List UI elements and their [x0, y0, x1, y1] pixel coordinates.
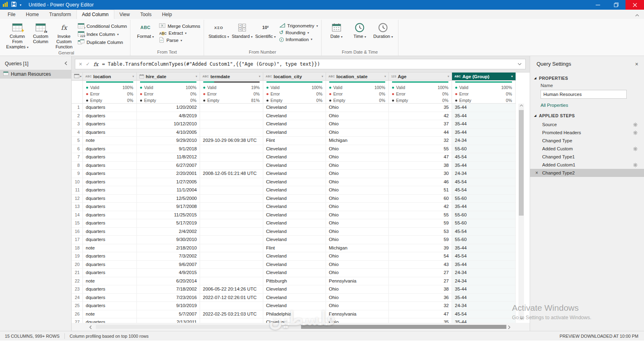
cell-location-state[interactable]: Ohio	[326, 269, 389, 277]
cell-age[interactable]: 60	[389, 195, 452, 203]
cell-location-city[interactable]: Cleveland	[263, 318, 326, 323]
cell-age[interactable]: 30	[389, 170, 452, 178]
cell-age-group[interactable]: 35-44	[452, 294, 516, 302]
minimize-button[interactable]	[588, 0, 607, 10]
cell-age[interactable]: 36	[389, 294, 452, 302]
cell-age-group[interactable]: 24-34	[452, 137, 516, 145]
row-number[interactable]: 10	[72, 178, 83, 186]
cell-hire-date[interactable]: 11/25/2015	[137, 211, 200, 219]
cell-location-state[interactable]: Ohio	[326, 203, 389, 211]
all-properties-link[interactable]: All Properties	[530, 103, 644, 108]
duplicate-column-button[interactable]: Duplicate Column	[78, 39, 127, 46]
cell-age[interactable]: 32	[389, 137, 452, 145]
row-number[interactable]: 3	[72, 120, 83, 128]
cell-termdate[interactable]	[200, 178, 263, 186]
cell-location-city[interactable]: Cleveland	[263, 104, 326, 112]
standard-button[interactable]: +−×÷Standard ▾	[231, 20, 254, 39]
cell-location-city[interactable]: Cleveland	[263, 162, 326, 170]
cell-location[interactable]: note	[83, 310, 137, 318]
cell-hire-date[interactable]: 4/8/2019	[137, 112, 200, 120]
cell-termdate[interactable]: 2029-10-29 06:09:38 UTC	[200, 137, 263, 145]
row-number[interactable]: 11	[72, 186, 83, 194]
cell-location-state[interactable]: Ohio	[326, 162, 389, 170]
cell-location-city[interactable]: Cleveland	[263, 129, 326, 137]
cell-termdate[interactable]	[200, 252, 263, 260]
cell-location[interactable]: note	[83, 244, 137, 252]
cell-location-state[interactable]: Ohio	[326, 186, 389, 194]
cell-age-group[interactable]: 35-44	[452, 203, 516, 211]
cell-age[interactable]: 54	[389, 252, 452, 260]
cell-location-state[interactable]: Ohio	[326, 104, 389, 112]
gear-icon[interactable]	[633, 147, 638, 151]
cell-age[interactable]: 51	[389, 186, 452, 194]
cell-hire-date[interactable]: 2/20/2001	[137, 170, 200, 178]
cell-age[interactable]: 39	[389, 244, 452, 252]
date-button[interactable]: Date ▾	[325, 20, 348, 39]
cell-location-state[interactable]: Ohio	[326, 261, 389, 269]
cell-location-state[interactable]: Ohio	[326, 228, 389, 236]
cell-location[interactable]: dquarters	[83, 236, 137, 244]
cell-hire-date[interactable]: 6/27/2007	[137, 162, 200, 170]
cell-location[interactable]: dquarters	[83, 302, 137, 310]
scroll-up-icon[interactable]	[518, 104, 524, 107]
cell-termdate[interactable]	[200, 277, 263, 285]
tab-home[interactable]: Home	[21, 10, 44, 19]
row-number[interactable]: 17	[72, 236, 83, 244]
row-number[interactable]: 18	[72, 244, 83, 252]
cell-termdate[interactable]	[200, 236, 263, 244]
custom-column-button[interactable]: fxCustom Column	[29, 20, 52, 45]
vertical-scroll-thumb[interactable]	[519, 110, 524, 216]
row-number[interactable]: 22	[72, 277, 83, 285]
scroll-down-icon[interactable]	[518, 317, 524, 320]
filter-icon[interactable]: ▾	[320, 75, 324, 78]
cell-age-group[interactable]: 55-60	[452, 236, 516, 244]
column-header-termdate[interactable]: ABCtermdate▾	[200, 73, 263, 81]
conditional-column-button[interactable]: ?Conditional Column	[78, 23, 127, 29]
cell-location[interactable]: dquarters	[83, 170, 137, 178]
cell-location-state[interactable]: Ohio	[326, 318, 389, 323]
cell-location-city[interactable]: Philadelphia	[263, 310, 326, 318]
cell-location-state[interactable]: Ohio	[326, 236, 389, 244]
filter-icon[interactable]: ▾	[510, 75, 514, 78]
row-number[interactable]: 23	[72, 285, 83, 293]
cell-age-group[interactable]: 24-34	[452, 277, 516, 285]
quick-access-dropdown-icon[interactable]: ▾	[20, 3, 21, 7]
cell-termdate[interactable]	[200, 302, 263, 310]
tab-help[interactable]: Help	[157, 10, 177, 19]
cell-location-city[interactable]: Cleveland	[263, 236, 326, 244]
table-corner-menu[interactable]: ▾	[72, 73, 83, 81]
cell-location-state[interactable]: Ohio	[326, 129, 389, 137]
status-profiling[interactable]: Column profiling based on top 1000 rows	[65, 334, 153, 339]
cell-termdate[interactable]	[200, 162, 263, 170]
cell-age[interactable]: 59	[389, 236, 452, 244]
cell-age-group[interactable]: 55-60	[452, 211, 516, 219]
cell-location[interactable]: dquarters	[83, 285, 137, 293]
filter-icon[interactable]: ▾	[383, 75, 387, 78]
cell-hire-date[interactable]: 6/20/2014	[137, 277, 200, 285]
cell-location[interactable]: dquarters	[83, 261, 137, 269]
commit-formula-icon[interactable]: ✓	[86, 61, 90, 67]
cell-age-group[interactable]: 35-44	[452, 129, 516, 137]
cell-location-state[interactable]: Ohio	[326, 170, 389, 178]
parse-button[interactable]: </>Parse▾	[159, 37, 200, 44]
cell-termdate[interactable]	[200, 186, 263, 194]
cell-age-group[interactable]: 35-44	[452, 162, 516, 170]
row-number[interactable]: 7	[72, 153, 83, 161]
cell-age[interactable]: 37	[389, 120, 452, 128]
column-header-location-state[interactable]: ABClocation_state▾	[326, 73, 389, 81]
cell-termdate[interactable]	[200, 153, 263, 161]
row-number[interactable]: 20	[72, 261, 83, 269]
row-number[interactable]: 8	[72, 162, 83, 170]
cell-age-group[interactable]: 35-44	[452, 244, 516, 252]
row-number[interactable]: 16	[72, 228, 83, 236]
delete-step-icon[interactable]: ×	[535, 170, 538, 175]
time-button[interactable]: Time ▾	[348, 20, 372, 39]
cell-location-city[interactable]: Cleveland	[263, 219, 326, 227]
filter-icon[interactable]: ▾	[194, 75, 198, 78]
cell-location-state[interactable]: Michigan	[326, 244, 389, 252]
cell-hire-date[interactable]: 7/3/2002	[137, 252, 200, 260]
column-header-location-city[interactable]: ABClocation_city▾	[263, 73, 326, 81]
cell-age[interactable]: 38	[389, 162, 452, 170]
cell-age[interactable]: 46	[389, 178, 452, 186]
cell-age[interactable]: 38	[389, 285, 452, 293]
